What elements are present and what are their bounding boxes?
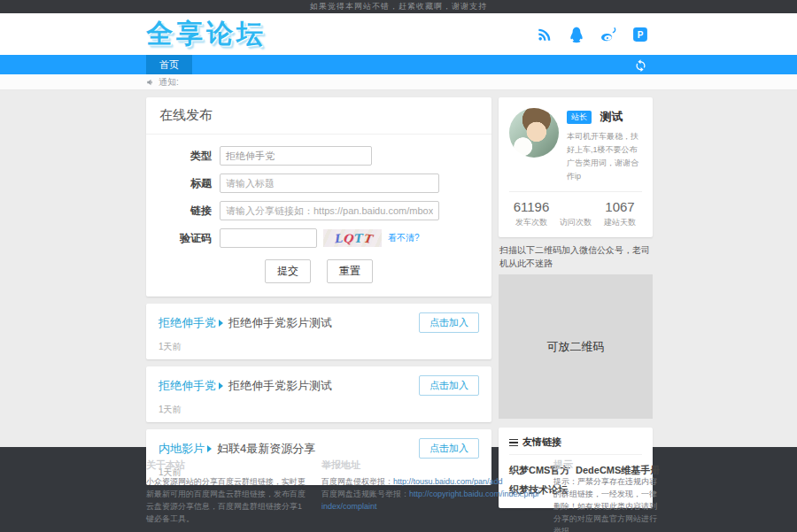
refresh-icon[interactable]	[629, 55, 653, 74]
footer-about-text: 小众资源网站的分享百度云群组链接，实时更新最新可用的百度网盘云群组链接，发布百度…	[146, 476, 309, 526]
post-category-link[interactable]: 拒绝伸手党	[159, 378, 216, 394]
footer-tips-text: 提示：严禁分享存在违规内容的群组链接，一经发现，一律删除！如有发现此类内容请到分…	[553, 476, 660, 532]
top-notice-text: 如果觉得本网站不错，赶紧收藏啊，谢谢支持	[310, 1, 487, 12]
username: 测试	[600, 110, 623, 123]
stat-label: 发车次数	[509, 217, 553, 228]
reset-button[interactable]: 重置	[327, 259, 373, 283]
post-card: 拒绝伸手党 拒绝伸手党影片测试 点击加入 1天前	[146, 304, 491, 359]
post-title-link[interactable]: 妇联4最新资源分享	[217, 441, 315, 457]
top-notice-bar: 如果觉得本网站不错，赶紧收藏啊，谢谢支持	[0, 0, 797, 13]
qr-placeholder-text: 可放二维码	[547, 339, 605, 355]
rss-icon[interactable]	[535, 25, 553, 43]
main-content: 在线发布 类型 拒绝伸手党 标题 链接 验证码	[0, 90, 797, 447]
post-title-link[interactable]: 拒绝伸手党影片测试	[228, 378, 332, 394]
notice-strip: 通知:	[0, 74, 797, 90]
report-link[interactable]: http://tousu.baidu.com/pan/add	[393, 477, 503, 486]
footer-tips-title: 提示	[553, 459, 660, 472]
link-label: 链接	[155, 204, 212, 219]
captcha-refresh-link[interactable]: 看不清?	[388, 232, 420, 244]
caret-right-icon	[207, 445, 212, 452]
left-column: 在线发布 类型 拒绝伸手党 标题 链接 验证码	[146, 97, 491, 508]
captcha-char: T	[353, 232, 363, 244]
post-card: 拒绝伸手党 拒绝伸手党影片测试 点击加入 1天前	[146, 366, 491, 422]
type-select[interactable]: 拒绝伸手党	[220, 146, 372, 166]
main-nav: 首页	[0, 55, 797, 74]
qr-tip-text: 扫描以下二维码加入微信公众号，老司机从此不迷路	[499, 237, 653, 274]
stat-value: 1067	[598, 199, 642, 215]
caret-right-icon	[219, 320, 223, 327]
header: 全享论坛 P	[0, 13, 797, 55]
title-label: 标题	[155, 176, 212, 191]
footer-report-text: 百度网盘侵权举报：http://tousu.baidu.com/pan/add …	[321, 476, 541, 513]
link-input[interactable]	[220, 201, 439, 220]
captcha-char: T	[362, 232, 372, 244]
social-icons: P	[535, 25, 653, 43]
nav-item-home[interactable]: 首页	[146, 55, 192, 74]
title-input[interactable]	[220, 173, 439, 193]
avatar	[509, 108, 559, 158]
publish-title: 在线发布	[146, 97, 491, 135]
post-category-link[interactable]: 内地影片	[159, 441, 205, 457]
type-label: 类型	[155, 149, 212, 164]
report-line: 百度网盘侵权举报：	[321, 477, 393, 486]
post-time: 1天前	[159, 341, 479, 353]
qq-icon[interactable]	[567, 25, 585, 43]
site-logo: 全享论坛	[146, 16, 267, 52]
captcha-char: L	[333, 232, 342, 244]
join-button[interactable]: 点击加入	[419, 438, 479, 459]
captcha-label: 验证码	[155, 231, 212, 246]
stats-row: 61196 发车次数 访问次数 1067 建站天数	[509, 191, 642, 228]
qr-placeholder: 可放二维码	[499, 274, 653, 419]
footer-report-title: 举报地址	[321, 459, 541, 472]
captcha-image[interactable]: L Q T T	[323, 229, 382, 247]
stat-value: 61196	[509, 199, 553, 215]
megaphone-icon	[146, 78, 155, 87]
stat-label: 建站天数	[598, 217, 642, 228]
footer-about-title: 关于本站	[146, 459, 309, 472]
weibo-icon[interactable]	[599, 25, 617, 43]
captcha-char: Q	[342, 232, 352, 244]
user-bio: 本司机开车最稳，扶好上车,1楼不要公布广告类用词，谢谢合作ip	[567, 130, 642, 182]
post-category-link[interactable]: 拒绝伸手党	[159, 315, 216, 331]
right-sidebar: 站长 测试 本司机开车最稳，扶好上车,1楼不要公布广告类用词，谢谢合作ip 61…	[499, 97, 653, 508]
pinterest-icon[interactable]: P	[631, 25, 649, 43]
publish-card: 在线发布 类型 拒绝伸手党 标题 链接 验证码	[146, 97, 491, 297]
stat-label: 访问次数	[553, 217, 598, 228]
role-badge: 站长	[567, 111, 592, 124]
profile-card: 站长 测试 本司机开车最稳，扶好上车,1楼不要公布广告类用词，谢谢合作ip 61…	[499, 97, 653, 237]
footer: 关于本站 小众资源网站的分享百度云群组链接，实时更新最新可用的百度网盘云群组链接…	[0, 447, 797, 532]
svg-text:P: P	[637, 29, 643, 39]
hamburger-icon	[509, 439, 518, 447]
post-time: 1天前	[159, 404, 479, 416]
post-title-link[interactable]: 拒绝伸手党影片测试	[228, 315, 332, 331]
join-button[interactable]: 点击加入	[419, 312, 479, 333]
caret-right-icon	[219, 382, 223, 389]
stat-value	[553, 199, 598, 215]
report-line: 百度网盘违规账号举报：	[321, 490, 409, 498]
captcha-input[interactable]	[220, 228, 317, 248]
notice-label: 通知:	[159, 76, 179, 89]
join-button[interactable]: 点击加入	[419, 375, 479, 396]
submit-button[interactable]: 提交	[265, 259, 311, 283]
friend-links-title: 友情链接	[522, 436, 561, 449]
